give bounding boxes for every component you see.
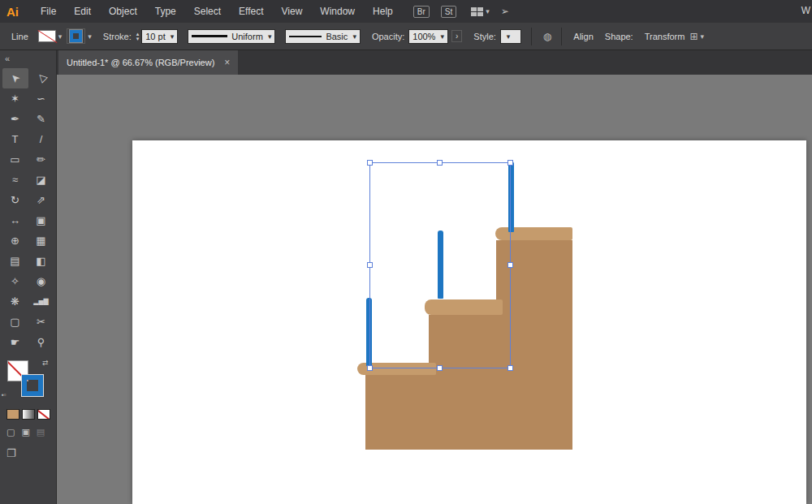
eyedropper-tool[interactable]: ✧	[2, 271, 28, 291]
selection-tool[interactable]: ➤	[2, 68, 28, 88]
close-tab-icon[interactable]: ×	[224, 57, 230, 68]
menu-help[interactable]: Help	[364, 6, 402, 17]
gradient-button[interactable]	[22, 409, 35, 420]
selection-handle-se[interactable]	[508, 365, 513, 371]
lasso-tool[interactable]: ∽	[28, 88, 54, 109]
draw-normal-mode-button[interactable]: ▢	[6, 427, 15, 437]
selection-bounding-box[interactable]	[369, 162, 511, 368]
rotate-tool[interactable]: ↻	[2, 190, 28, 210]
stroke-chevron-icon[interactable]: ▾	[88, 32, 92, 41]
swap-fill-stroke-icon[interactable]: ⇄	[42, 359, 49, 367]
menu-type[interactable]: Type	[146, 6, 185, 17]
perspective-grid-tool[interactable]: ▦	[28, 230, 54, 251]
menu-view[interactable]: View	[273, 6, 312, 17]
color-button[interactable]	[6, 409, 19, 420]
artboard-tool-icon: ▢	[10, 316, 19, 328]
transform-button[interactable]: Transform	[645, 32, 685, 41]
free-transform-tool[interactable]: ▣	[28, 210, 54, 230]
arrange-documents-icon[interactable]	[471, 7, 483, 16]
document-tab-title: Untitled-1* @ 66.67% (RGB/Preview)	[67, 58, 214, 67]
recolor-artwork-icon[interactable]: ◍	[543, 31, 551, 42]
slice-tool-icon: ✂	[37, 316, 45, 328]
menu-file[interactable]: File	[32, 6, 65, 17]
opacity-panel-button[interactable]: ›	[451, 30, 462, 42]
selection-handle-ne[interactable]	[508, 160, 513, 166]
stroke-proxy-blue[interactable]	[22, 375, 43, 396]
direct-selection-tool[interactable]: ▷	[28, 68, 54, 88]
menu-select[interactable]: Select	[185, 6, 230, 17]
eraser-tool[interactable]: ◪	[28, 170, 54, 190]
canvas-area[interactable]	[57, 75, 812, 504]
column-graph-tool[interactable]: ▂▅▇	[28, 291, 54, 312]
divider	[531, 28, 532, 45]
hand-tool[interactable]: ☛	[2, 332, 28, 352]
chevron-down-icon[interactable]: ▾	[486, 7, 490, 15]
magic-wand-tool[interactable]: ✶	[2, 88, 28, 109]
gpu-performance-icon[interactable]: ➢	[501, 6, 509, 17]
align-button[interactable]: Align	[573, 32, 593, 41]
eraser-tool-icon: ◪	[36, 174, 45, 186]
selection-handle-sw[interactable]	[367, 365, 373, 371]
width-tool[interactable]: ↔	[2, 210, 28, 230]
bridge-button[interactable]: Br	[413, 6, 430, 18]
selection-handle-n[interactable]	[437, 160, 443, 166]
collapse-panel-button[interactable]: «	[0, 50, 56, 63]
width-profile-dropdown[interactable]: Uniform ▾	[188, 29, 275, 44]
curvature-tool[interactable]: ✎	[28, 109, 54, 129]
draw-behind-mode-button[interactable]: ▣	[21, 427, 29, 437]
curvature-tool-icon: ✎	[37, 113, 45, 125]
type-tool[interactable]: T	[2, 129, 28, 149]
hand-tool-icon: ☛	[11, 336, 20, 348]
none-button[interactable]	[37, 409, 50, 420]
rectangle-tool-icon: ▭	[10, 153, 19, 166]
opacity-field[interactable]: 100% ▾	[408, 29, 448, 44]
fill-chevron-icon[interactable]: ▾	[58, 32, 63, 41]
magic-wand-tool-icon: ✶	[11, 93, 19, 105]
blend-tool[interactable]: ◉	[28, 271, 54, 291]
column-graph-tool-icon: ▂▅▇	[33, 298, 48, 305]
default-fill-stroke-icon[interactable]: ▪▫	[2, 391, 6, 398]
selection-handle-w[interactable]	[367, 262, 373, 268]
opacity-label: Opacity:	[372, 32, 404, 41]
stair-base-block[interactable]	[365, 374, 572, 450]
transform-chevron-icon[interactable]: ▾	[700, 32, 704, 41]
menu-object[interactable]: Object	[100, 6, 146, 17]
menu-window[interactable]: Window	[311, 6, 364, 17]
artboard[interactable]	[132, 140, 806, 504]
artboard-tool[interactable]: ▢	[2, 312, 28, 332]
fill-color-swatch[interactable]	[38, 30, 56, 42]
style-label: Style:	[473, 32, 496, 41]
shape-label: Shape:	[605, 32, 633, 41]
paintbrush-tool[interactable]: ✏	[28, 149, 54, 170]
screen-mode-button[interactable]: ❐	[6, 447, 56, 459]
shaper-tool[interactable]: ≈	[2, 170, 28, 190]
pen-tool[interactable]: ✒	[2, 109, 28, 129]
zoom-tool[interactable]: ⚲	[28, 332, 54, 352]
selection-handle-nw[interactable]	[367, 160, 373, 166]
blend-tool-icon: ◉	[37, 275, 45, 287]
symbol-sprayer-tool[interactable]: ❋	[2, 291, 28, 312]
stroke-weight-stepper[interactable]: ▴▾	[136, 32, 140, 41]
draw-inside-mode-button[interactable]: ▤	[37, 427, 45, 437]
slice-tool[interactable]: ✂	[28, 312, 54, 332]
scale-tool-icon: ⇗	[37, 194, 45, 206]
transform-widget-icon[interactable]: ⊞	[689, 31, 698, 42]
shape-builder-tool[interactable]: ⊕	[2, 230, 28, 251]
scale-tool[interactable]: ⇗	[28, 190, 54, 210]
document-tab[interactable]: Untitled-1* @ 66.67% (RGB/Preview) ×	[58, 50, 238, 75]
stock-button[interactable]: St	[441, 6, 456, 18]
style-dropdown[interactable]: ▾	[500, 29, 521, 44]
line-segment-tool[interactable]: /	[28, 129, 54, 149]
mesh-tool[interactable]: ▤	[2, 251, 28, 271]
selection-handle-e[interactable]	[508, 262, 513, 268]
divider	[561, 28, 562, 45]
menu-edit[interactable]: Edit	[65, 6, 100, 17]
brush-definition-dropdown[interactable]: Basic ▾	[285, 29, 361, 44]
gradient-tool[interactable]: ◧	[28, 251, 54, 271]
rectangle-tool[interactable]: ▭	[2, 149, 28, 170]
stroke-weight-field[interactable]: 10 pt ▾	[141, 29, 178, 44]
menu-effect[interactable]: Effect	[230, 6, 272, 17]
stroke-color-swatch[interactable]	[67, 28, 85, 44]
direct-selection-tool-icon: ▷	[34, 71, 49, 86]
selection-handle-s[interactable]	[437, 365, 443, 371]
